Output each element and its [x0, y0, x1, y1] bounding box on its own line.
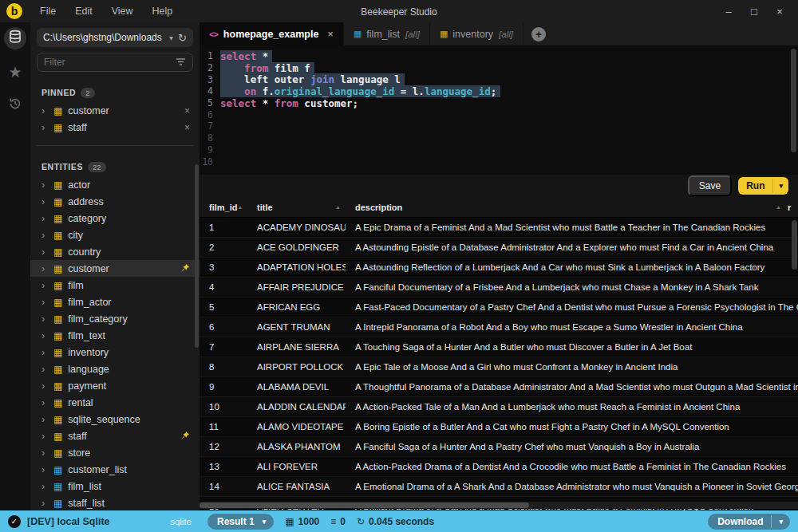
entity-item-film[interactable]: › ▦ film: [30, 277, 200, 294]
chevron-right-icon[interactable]: ›: [41, 179, 48, 190]
cell-description[interactable]: A Astounding Epistle of a Database Admin…: [346, 242, 798, 252]
cell-title[interactable]: ALASKA PHANTOM: [247, 442, 346, 451]
entity-item-inventory[interactable]: › ▦ inventory: [30, 344, 200, 361]
cell-title[interactable]: AFFAIR PREJUDICE: [247, 282, 346, 292]
editor-line[interactable]: 7: [200, 120, 798, 132]
entity-item-category[interactable]: › ▦ category: [30, 210, 200, 227]
entity-item-store[interactable]: › ▦ store: [30, 444, 200, 461]
remove-pin-icon[interactable]: ×: [184, 122, 190, 133]
entity-item-address[interactable]: › ▦ address: [30, 193, 200, 210]
table-row[interactable]: 5 AFRICAN EGG A Fast-Paced Documentary o…: [200, 298, 798, 317]
cell-film-id[interactable]: 6: [200, 322, 247, 332]
entity-item-actor[interactable]: › ▦ actor: [30, 176, 200, 193]
editor-line[interactable]: 4 on f.original_language_id = l.language…: [200, 85, 798, 97]
maximize-icon[interactable]: □: [744, 6, 764, 18]
download-button[interactable]: Download ▾: [708, 514, 790, 530]
chevron-right-icon[interactable]: ›: [41, 230, 48, 240]
cell-description[interactable]: A Action-Packed Drama of a Dentist And a…: [346, 462, 798, 471]
pinned-item-staff[interactable]: › ▦ staff ×: [30, 119, 200, 136]
cell-title[interactable]: ACE GOLDFINGER: [247, 242, 346, 252]
cell-film-id[interactable]: 12: [200, 442, 247, 451]
cell-title[interactable]: AIRPLANE SIERRA: [247, 342, 346, 352]
table-row[interactable]: 14 ALICE FANTASIA A Emotional Drama of a…: [200, 477, 798, 497]
editor-line[interactable]: 8: [200, 132, 798, 144]
chevron-right-icon[interactable]: ›: [41, 447, 48, 458]
pinned-section-header[interactable]: PINNED 2: [30, 85, 200, 100]
editor-line[interactable]: 10: [200, 156, 798, 167]
download-options-caret-icon[interactable]: ▾: [771, 515, 790, 528]
chevron-right-icon[interactable]: ›: [41, 313, 48, 324]
remove-pin-icon[interactable]: ×: [184, 105, 190, 116]
cell-film-id[interactable]: 13: [200, 462, 247, 471]
chevron-right-icon[interactable]: ›: [41, 280, 48, 290]
cell-title[interactable]: ALAMO VIDEOTAPE: [247, 422, 346, 432]
cell-film-id[interactable]: 11: [200, 422, 247, 432]
grid-vertical-scrollbar[interactable]: [792, 220, 797, 270]
cell-film-id[interactable]: 3: [200, 262, 247, 272]
close-icon[interactable]: ×: [769, 6, 790, 18]
tables-panel-button[interactable]: [4, 27, 26, 49]
cell-title[interactable]: ALABAMA DEVIL: [247, 382, 346, 392]
editor-scrollbar[interactable]: [791, 49, 796, 152]
chevron-right-icon[interactable]: ›: [41, 481, 48, 491]
chevron-right-icon[interactable]: ›: [41, 364, 48, 374]
minimize-icon[interactable]: –: [718, 6, 739, 18]
chevron-right-icon[interactable]: ›: [41, 464, 48, 475]
chevron-right-icon[interactable]: ›: [41, 330, 48, 341]
cell-description[interactable]: A Action-Packed Tale of a Man And a Lumb…: [346, 402, 798, 412]
tab-film_list[interactable]: ▦ film_list [all]: [344, 22, 430, 45]
cell-title[interactable]: AFRICAN EGG: [247, 302, 346, 312]
entity-item-payment[interactable]: › ▦ payment: [30, 377, 200, 394]
table-row[interactable]: 1 ACADEMY DINOSAUR A Epic Drama of a Fem…: [200, 218, 798, 238]
entity-item-country[interactable]: › ▦ country: [30, 243, 200, 260]
table-row[interactable]: 3 ADAPTATION HOLES A Astounding Reflecti…: [200, 258, 798, 278]
cell-title[interactable]: ALICE FANTASIA: [247, 482, 346, 491]
menu-help[interactable]: Help: [144, 2, 181, 20]
table-row[interactable]: 8 AIRPORT POLLOCK A Epic Tale of a Moose…: [200, 357, 798, 377]
cell-title[interactable]: AGENT TRUMAN: [247, 322, 346, 332]
menu-file[interactable]: File: [32, 2, 64, 20]
cell-title[interactable]: ACADEMY DINOSAUR: [247, 223, 346, 232]
cell-description[interactable]: A Thoughtful Panorama of a Database Admi…: [346, 382, 798, 392]
cell-film-id[interactable]: 9: [200, 382, 247, 392]
sidebar-scrollbar[interactable]: [195, 164, 199, 348]
table-row[interactable]: 6 AGENT TRUMAN A Intrepid Panorama of a …: [200, 317, 798, 337]
chevron-right-icon[interactable]: ›: [41, 196, 48, 207]
table-row[interactable]: 7 AIRPLANE SIERRA A Touching Saga of a H…: [200, 337, 798, 357]
cell-film-id[interactable]: 14: [200, 482, 247, 491]
sort-asc-icon[interactable]: ▲: [237, 204, 243, 210]
cell-description[interactable]: A Intrepid Panorama of a Robot And a Boy…: [346, 322, 798, 332]
entity-item-film_category[interactable]: › ▦ film_category: [30, 310, 200, 327]
sort-asc-icon[interactable]: ▲: [335, 204, 341, 210]
cell-description[interactable]: A Fast-Paced Documentary of a Pastry Che…: [346, 302, 798, 312]
cell-description[interactable]: A Astounding Reflection of a Lumberjack …: [346, 262, 798, 272]
tab-homepage_example[interactable]: <> homepage_example ×: [200, 22, 344, 45]
entity-item-film_actor[interactable]: › ▦ film_actor: [30, 294, 200, 310]
entity-item-language[interactable]: › ▦ language: [30, 361, 200, 377]
connection-selector[interactable]: C:\Users\ghstng\Downloads ▾ ↻: [37, 28, 193, 47]
run-button-label[interactable]: Run: [738, 177, 772, 195]
pinned-item-customer[interactable]: › ▦ customer ×: [30, 102, 200, 119]
entity-item-rental[interactable]: › ▦ rental: [30, 394, 200, 411]
cell-description[interactable]: A Fanciful Documentary of a Frisbee And …: [346, 282, 798, 292]
cell-film-id[interactable]: 1: [200, 223, 247, 232]
entity-item-film_list[interactable]: › ▦ film_list: [30, 478, 200, 495]
menu-edit[interactable]: Edit: [67, 2, 101, 20]
entity-item-customer[interactable]: › ▦ customer: [30, 260, 200, 277]
cell-film-id[interactable]: 4: [200, 282, 247, 292]
entities-section-header[interactable]: ENTITIES 22: [30, 159, 200, 175]
history-panel-button[interactable]: [4, 94, 26, 116]
scrollbar-handle[interactable]: [200, 502, 529, 508]
entity-item-city[interactable]: › ▦ city: [30, 227, 200, 243]
save-button[interactable]: Save: [688, 175, 732, 196]
refresh-icon[interactable]: ↻: [178, 32, 187, 44]
cell-description[interactable]: A Boring Epistle of a Butler And a Cat w…: [346, 422, 798, 432]
tab-close-icon[interactable]: ×: [327, 28, 334, 40]
chevron-right-icon[interactable]: ›: [41, 297, 48, 307]
cell-film-id[interactable]: 5: [200, 302, 247, 312]
result-selector[interactable]: Result 1 ▾: [207, 514, 274, 530]
chevron-right-icon[interactable]: ›: [41, 213, 48, 223]
entity-item-film_text[interactable]: › ▦ film_text: [30, 327, 200, 344]
editor-line[interactable]: 1 select *: [200, 50, 798, 62]
entity-item-customer_list[interactable]: › ▦ customer_list: [30, 461, 200, 478]
